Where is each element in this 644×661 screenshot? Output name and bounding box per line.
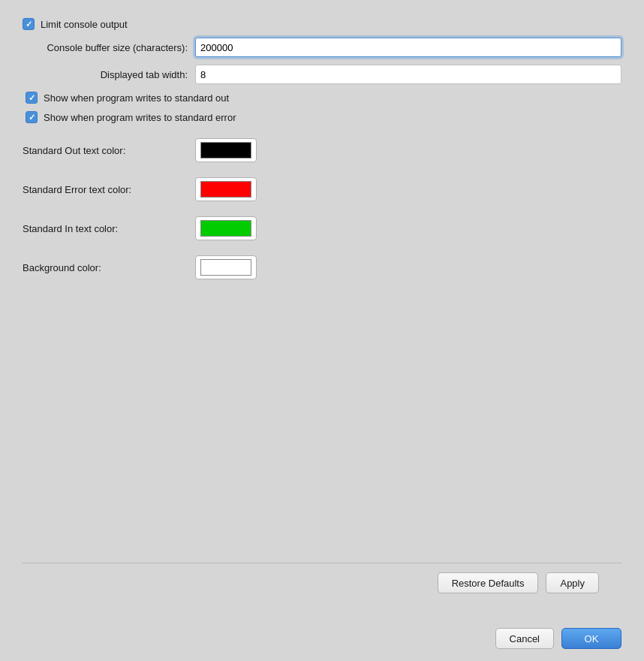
stderr-color-button[interactable] (195, 177, 257, 201)
tab-width-label: Displayed tab width: (23, 69, 195, 80)
show-stdout-row: ✓ Show when program writes to standard o… (23, 92, 621, 104)
stderr-color-label: Standard Error text color: (23, 184, 195, 195)
show-stdout-checkbox-label[interactable]: ✓ Show when program writes to standard o… (26, 92, 229, 104)
show-stderr-row: ✓ Show when program writes to standard e… (23, 111, 621, 123)
restore-defaults-button[interactable]: Restore Defaults (438, 572, 539, 593)
background-color-row: Background color: (23, 255, 621, 279)
tab-width-input[interactable] (195, 65, 621, 84)
stderr-color-swatch (200, 181, 251, 198)
show-stderr-checkbox[interactable]: ✓ (26, 111, 38, 123)
stderr-color-row: Standard Error text color: (23, 177, 621, 201)
stdout-color-swatch (200, 142, 251, 158)
stdin-color-row: Standard In text color: (23, 216, 621, 240)
stdin-color-button[interactable] (195, 216, 257, 240)
background-color-button[interactable] (195, 255, 257, 279)
ok-button[interactable]: OK (561, 628, 621, 649)
stdout-color-label: Standard Out text color: (23, 145, 195, 156)
console-buffer-input[interactable] (195, 38, 621, 57)
show-stdout-checkbox[interactable]: ✓ (26, 92, 38, 104)
cancel-button[interactable]: Cancel (495, 628, 554, 649)
show-stderr-checkbox-label[interactable]: ✓ Show when program writes to standard e… (26, 111, 236, 123)
limit-console-label: Limit console output (41, 19, 128, 30)
bottom-action-bar: Restore Defaults Apply (23, 563, 621, 604)
dialog-footer: Cancel OK (0, 619, 644, 661)
checkmark-icon: ✓ (26, 20, 32, 29)
show-stdout-label: Show when program writes to standard out (44, 92, 229, 104)
checkmark-icon: ✓ (29, 94, 35, 102)
limit-console-row: ✓ Limit console output (23, 18, 621, 30)
stdin-color-swatch (200, 220, 251, 237)
checkmark-icon: ✓ (29, 113, 35, 122)
apply-button[interactable]: Apply (546, 572, 599, 593)
limit-console-checkbox-label[interactable]: ✓ Limit console output (23, 18, 128, 30)
stdout-color-row: Standard Out text color: (23, 138, 621, 162)
stdin-color-label: Standard In text color: (23, 223, 195, 234)
console-buffer-label: Console buffer size (characters): (23, 42, 195, 53)
stdout-color-button[interactable] (195, 138, 257, 162)
limit-console-checkbox[interactable]: ✓ (23, 18, 35, 30)
tab-width-row: Displayed tab width: (23, 65, 621, 84)
background-color-swatch (200, 259, 251, 276)
console-buffer-row: Console buffer size (characters): (23, 38, 621, 57)
background-color-label: Background color: (23, 262, 195, 273)
show-stderr-label: Show when program writes to standard err… (44, 112, 236, 123)
